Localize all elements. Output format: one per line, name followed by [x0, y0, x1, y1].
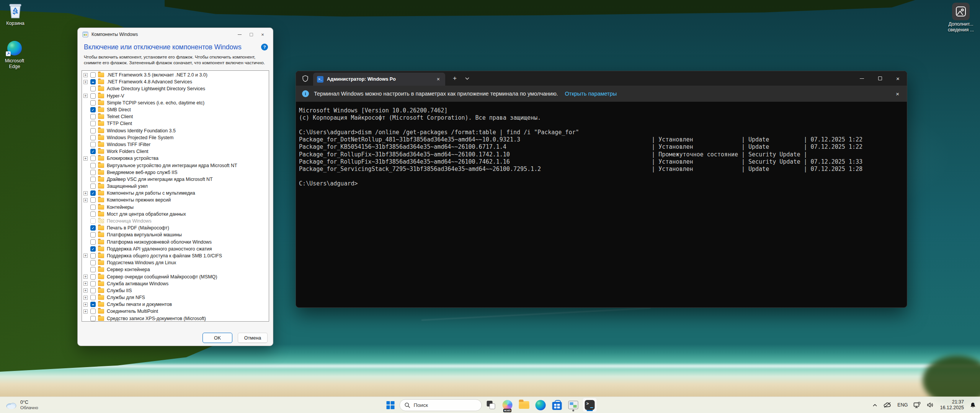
feature-checkbox[interactable]: [90, 93, 96, 99]
feature-checkbox[interactable]: [90, 205, 96, 210]
minimize-button[interactable]: [853, 71, 871, 86]
feature-item[interactable]: Simple TCPIP services (i.e. echo, daytim…: [82, 99, 269, 106]
expander-icon[interactable]: +: [83, 288, 88, 293]
feature-item[interactable]: +Сервер очереди сообщений Майкрософт (MS…: [82, 273, 269, 280]
feature-item[interactable]: Подсистема Windows для Linux: [82, 259, 269, 266]
feature-checkbox[interactable]: [90, 211, 96, 217]
expander-icon[interactable]: +: [83, 191, 88, 195]
feature-checkbox[interactable]: [90, 316, 96, 321]
notification-bell-dnd-icon[interactable]: z: [970, 402, 976, 408]
expander-icon[interactable]: +: [83, 309, 88, 314]
copilot-button[interactable]: M365: [500, 398, 515, 412]
expander-icon[interactable]: +: [83, 302, 88, 307]
desktop-icon-recycle-bin[interactable]: Корзина: [0, 2, 31, 26]
feature-checkbox[interactable]: [90, 170, 96, 175]
expander-icon[interactable]: +: [83, 281, 88, 286]
feature-checkbox[interactable]: [90, 239, 96, 245]
tray-chevron-up-icon[interactable]: [872, 403, 877, 407]
expander-icon[interactable]: +: [83, 198, 88, 202]
feature-checkbox[interactable]: [90, 79, 96, 85]
feature-checkbox[interactable]: [90, 288, 96, 293]
feature-checkbox[interactable]: [90, 232, 96, 237]
cancel-button[interactable]: Отмена: [238, 333, 268, 343]
feature-checkbox[interactable]: [90, 114, 96, 119]
desktop-icon-additional-info[interactable]: Дополнит... сведения ...: [944, 3, 978, 33]
expander-icon[interactable]: +: [83, 73, 88, 77]
minimize-button[interactable]: [234, 30, 245, 39]
feature-checkbox[interactable]: [90, 100, 96, 106]
terminal-output-area[interactable]: Microsoft Windows [Version 10.0.26200.74…: [296, 102, 907, 187]
feature-checkbox[interactable]: [90, 302, 96, 307]
search-box[interactable]: Поиск: [400, 399, 482, 411]
feature-item[interactable]: Telnet Client: [82, 113, 269, 120]
feature-checkbox[interactable]: [90, 274, 96, 280]
feature-checkbox[interactable]: [90, 190, 96, 196]
feature-item[interactable]: +Hyper-V: [82, 93, 269, 99]
feature-checkbox[interactable]: [90, 309, 96, 314]
close-button[interactable]: ×: [889, 71, 907, 86]
open-settings-link[interactable]: Открыть параметры: [565, 91, 617, 97]
feature-checkbox[interactable]: [90, 177, 96, 182]
feature-item[interactable]: Защищенный узел: [82, 183, 269, 190]
feature-checkbox[interactable]: [90, 121, 96, 126]
feature-item[interactable]: +Служба активации Windows: [82, 280, 269, 287]
file-explorer-button[interactable]: [517, 398, 531, 412]
clock[interactable]: 21:37 16.12.2025: [940, 399, 964, 411]
feature-checkbox[interactable]: [90, 163, 96, 168]
task-view-button[interactable]: [484, 398, 498, 412]
feature-checkbox[interactable]: [90, 225, 96, 231]
feature-item[interactable]: Поддержка API удаленного разностного сжа…: [82, 246, 269, 252]
feature-item[interactable]: Сервер контейнера: [82, 266, 269, 273]
expander-icon[interactable]: +: [83, 94, 88, 98]
feature-checkbox[interactable]: [90, 107, 96, 112]
microsoft-store-button[interactable]: [550, 398, 564, 412]
feature-item[interactable]: Windows Identity Foundation 3.5: [82, 127, 269, 134]
feature-checkbox[interactable]: [90, 149, 96, 154]
feature-item[interactable]: SMB Direct: [82, 106, 269, 113]
start-button[interactable]: [383, 398, 398, 412]
desktop-icon-edge[interactable]: Microsoft Edge: [0, 40, 30, 70]
terminal-taskbar-button[interactable]: >: [583, 398, 597, 412]
feature-item[interactable]: Внедряемое веб-ядро служб IIS: [82, 169, 269, 176]
feature-checkbox[interactable]: [90, 246, 96, 252]
feature-item[interactable]: +.NET Framework 3.5 (включает .NET 2.0 и…: [82, 72, 269, 78]
tab-dropdown-icon[interactable]: [465, 77, 469, 80]
expander-icon[interactable]: +: [83, 275, 88, 279]
feature-item[interactable]: +.NET Framework 4.8 Advanced Services: [82, 78, 269, 85]
feature-item[interactable]: TFTP Client: [82, 120, 269, 127]
features-tree-list[interactable]: +.NET Framework 3.5 (включает .NET 2.0 и…: [82, 70, 269, 322]
feature-checkbox[interactable]: [90, 281, 96, 286]
feature-checkbox[interactable]: [90, 156, 96, 161]
feature-item[interactable]: Печать в PDF (Майкрософт): [82, 224, 269, 231]
expander-icon[interactable]: +: [83, 254, 88, 258]
feature-checkbox[interactable]: [90, 295, 96, 300]
feature-checkbox[interactable]: [90, 197, 96, 203]
feature-item[interactable]: Windows TIFF IFilter: [82, 141, 269, 148]
tab-close-icon[interactable]: ×: [435, 76, 441, 82]
feature-checkbox[interactable]: [90, 253, 96, 259]
dialog-titlebar[interactable]: Компоненты Windows ×: [78, 28, 273, 41]
feature-item[interactable]: +Поддержка общего доступа к файлам SMB 1…: [82, 252, 269, 259]
close-button[interactable]: ×: [257, 30, 268, 39]
feature-checkbox[interactable]: [90, 86, 96, 91]
feature-item[interactable]: +Службы IIS: [82, 287, 269, 294]
feature-item[interactable]: Платформа виртуальной машины: [82, 231, 269, 238]
feature-item[interactable]: Контейнеры: [82, 204, 269, 211]
feature-item[interactable]: Work Folders Client: [82, 148, 269, 155]
feature-item[interactable]: +Соединитель MultiPoint: [82, 308, 269, 315]
feature-item[interactable]: +Компоненты для работы с мультимедиа: [82, 190, 269, 197]
help-icon[interactable]: ?: [261, 44, 268, 50]
feature-checkbox[interactable]: [90, 128, 96, 133]
feature-item[interactable]: Windows Projected File System: [82, 134, 269, 141]
feature-item[interactable]: Мост для центра обработки данных: [82, 211, 269, 218]
feature-item[interactable]: +Блокировка устройства: [82, 155, 269, 162]
onedrive-disconnected-icon[interactable]: [883, 402, 892, 408]
expander-icon[interactable]: +: [83, 80, 88, 84]
feature-item[interactable]: +Службы для NFS: [82, 294, 269, 301]
banner-close-icon[interactable]: ×: [896, 91, 899, 97]
new-tab-button[interactable]: +: [453, 75, 457, 82]
feature-item[interactable]: Драйвер VSC для интеграции ядра Microsof…: [82, 176, 269, 183]
expander-icon[interactable]: +: [83, 296, 88, 300]
feature-item[interactable]: Песочница Windows: [82, 218, 269, 224]
feature-item[interactable]: +Компоненты прежних версий: [82, 197, 269, 203]
